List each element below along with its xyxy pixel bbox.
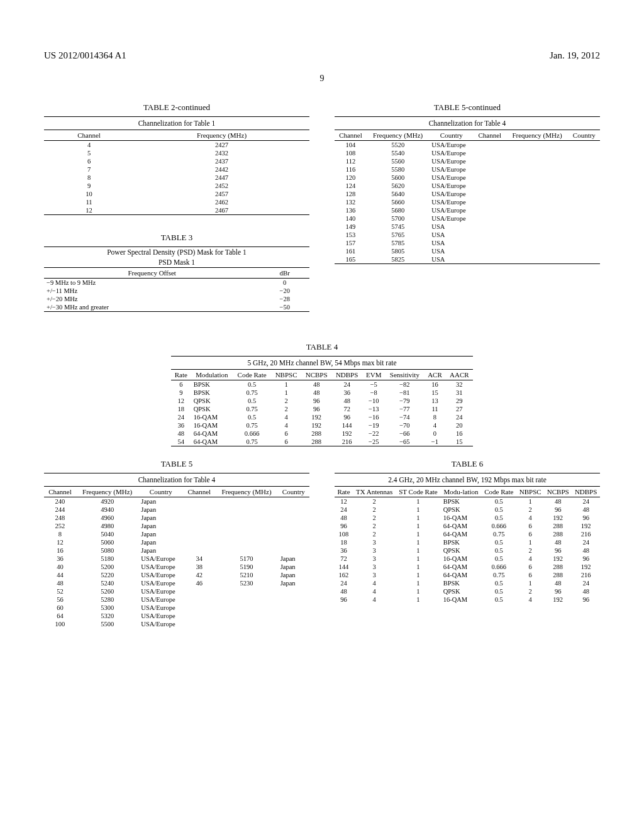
cell: −20 [260,287,309,295]
cell [183,604,215,612]
cell [474,190,506,198]
col-header: Code Rate [481,487,516,497]
table-row: +/−30 MHz and greater−50 [44,303,309,311]
cell: 1 [516,579,544,587]
cell: USA/Europe [138,587,183,595]
cell: 4980 [76,522,138,530]
col-header: Frequency Offset [44,268,260,279]
cell: 48 [544,538,572,546]
table-subtitle: Power Spectral Density (PSD) Mask for Ta… [44,247,309,257]
cell: +/−20 MHz [44,295,260,303]
cell: 48 [301,389,331,397]
cell: 36 [335,546,353,555]
cell [278,612,309,620]
cell: 1 [516,538,544,546]
table-subtitle: Channelization for Table 4 [44,473,309,487]
cell: 1 [271,389,301,397]
cell: 16-QAM [441,555,482,563]
cell: 0.75 [233,405,271,413]
cell: USA [429,231,474,239]
table-row: 1365680USA/Europe [335,206,600,214]
cell [183,546,215,555]
cell: −50 [260,303,309,311]
col-header: AACR [446,370,473,380]
cell: 56 [44,595,76,604]
col-header: Frequency (MHz) [215,487,277,497]
cell: 4 [271,421,301,429]
cell [506,255,568,263]
top-columns: TABLE 2-continued Channelization for Tab… [44,102,600,329]
table-2-continued: TABLE 2-continued Channelization for Tab… [44,102,309,215]
cell: Japan [138,514,183,522]
cell: −81 [385,389,424,397]
cell: 16 [424,380,445,389]
cell [215,595,277,604]
table-row: +/−11 MHz−20 [44,287,309,295]
cell: USA/Europe [429,165,474,174]
cell [183,612,215,620]
cell: 12 [44,206,134,214]
cell: 144 [331,421,362,429]
cell [215,514,277,522]
cell: 64-QAM [441,522,482,530]
cell: 1 [396,579,440,587]
cell: 192 [301,421,331,429]
cell: −74 [385,413,424,421]
cell: 5580 [367,165,429,174]
cell: Japan [138,546,183,555]
cell: 16-QAM [441,595,482,604]
table-row: 2416-QAM0.5419296−16−74824 [171,413,473,421]
cell: 60 [44,604,76,612]
cell: QPSK [191,405,233,413]
cell: 192 [544,555,572,563]
cell: 72 [331,405,362,413]
cell: QPSK [441,506,482,514]
cell: 120 [335,174,367,182]
cell: −1 [424,438,445,446]
cell: 48 [44,579,76,587]
cell: Japan [138,522,183,530]
cell: 4 [353,579,396,587]
cell: 24 [335,579,353,587]
cell [474,182,506,190]
cell: −82 [385,380,424,389]
table-row: 1221BPSK0.514824 [335,497,600,506]
table-row: 1831BPSK0.514824 [335,538,600,546]
table-row: 62437 [44,157,309,165]
col-header: Code Rate [233,370,271,380]
cell: USA/Europe [138,555,183,563]
cell: 5220 [76,571,138,579]
cell: 5540 [367,149,429,157]
cell [569,157,600,165]
cell [278,530,309,538]
cell: 124 [335,182,367,190]
cell: 96 [301,397,331,405]
cell: 0.5 [233,397,271,405]
cell [215,497,277,506]
cell: 104 [335,141,367,150]
cell: 216 [572,530,600,538]
cell: USA/Europe [429,206,474,214]
col-header: Frequency (MHz) [134,130,309,141]
cell: 64 [44,612,76,620]
table-row: 1005500USA/Europe [44,620,309,628]
table-title: TABLE 3 [44,233,309,243]
cell: 4 [516,514,544,522]
table-row: 962164-QAM0.6666288192 [335,522,600,530]
table-title: TABLE 5-continued [335,102,600,113]
cell: 4 [44,141,134,150]
cell: 96 [331,413,362,421]
cell [569,206,600,214]
cell: USA/Europe [138,571,183,579]
table-row: 1045520USA/Europe [335,141,600,150]
cell: 64-QAM [191,438,233,446]
cell: 96 [335,522,353,530]
cell: 2 [516,506,544,514]
table-row: 4841QPSK0.529648 [335,587,600,595]
cell: +/−30 MHz and greater [44,303,260,311]
data-table: Channel Frequency (MHz) Country Channel … [44,487,309,628]
cell [569,198,600,206]
table-row: 1325660USA/Europe [335,198,600,206]
cell: 32 [446,380,473,389]
cell: 6 [271,429,301,438]
